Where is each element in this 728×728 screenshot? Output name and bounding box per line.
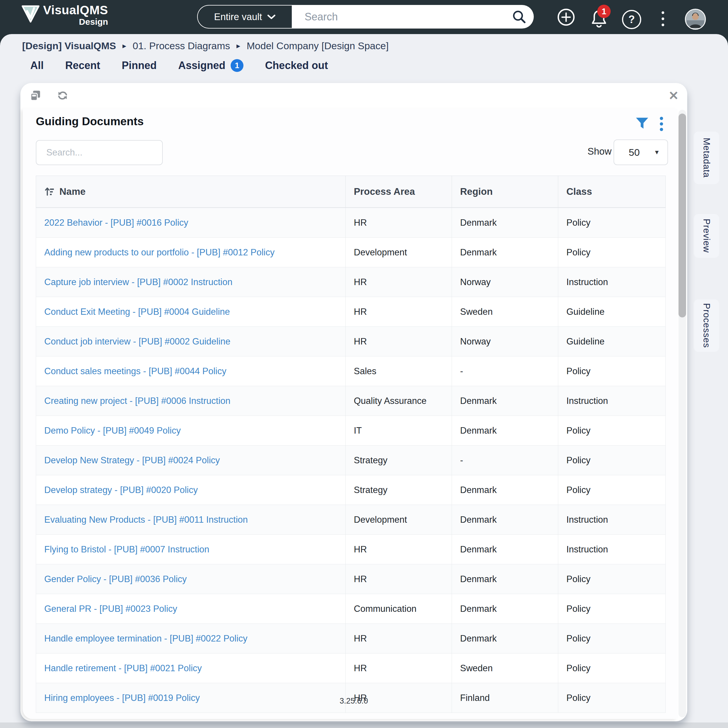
region-cell: Denmark bbox=[452, 505, 558, 535]
table-row: 2022 Behavior - [PUB] #0016 PolicyHRDenm… bbox=[36, 208, 666, 238]
popout-window-button[interactable] bbox=[29, 89, 42, 102]
panel-title: Guiding Documents bbox=[36, 115, 144, 128]
table-row: Adding new products to our portfolio - [… bbox=[36, 238, 666, 267]
breadcrumb-item[interactable]: 01. Process Diagrams bbox=[133, 40, 230, 52]
breadcrumb-item[interactable]: [Design] VisualQMS bbox=[22, 40, 116, 52]
region-cell: Sweden bbox=[452, 297, 558, 327]
tab-assigned[interactable]: Assigned 1 bbox=[178, 59, 243, 72]
column-header-process-area[interactable]: Process Area bbox=[346, 176, 452, 208]
class-cell: Policy bbox=[558, 683, 666, 713]
table-row: Gender Policy - [PUB] #0036 PolicyHRDenm… bbox=[36, 564, 666, 594]
document-link[interactable]: Develop strategy - [PUB] #0020 Policy bbox=[44, 485, 198, 495]
process-area-cell: HR bbox=[346, 327, 452, 356]
table-row: Capture job interview - [PUB] #0002 Inst… bbox=[36, 267, 666, 297]
view-tabs: All Recent Pinned Assigned 1 Checked out bbox=[30, 59, 328, 72]
table-row: Conduct Exit Meeting - [PUB] #0004 Guide… bbox=[36, 297, 666, 327]
breadcrumb: [Design] VisualQMS ▸ 01. Process Diagram… bbox=[22, 40, 389, 52]
doc-name-cell: General PR - [PUB] #0023 Policy bbox=[36, 594, 346, 624]
windows-restore-icon bbox=[29, 89, 42, 102]
class-cell: Policy bbox=[558, 564, 666, 594]
document-link[interactable]: General PR - [PUB] #0023 Policy bbox=[44, 604, 177, 614]
panel-scrollbar[interactable] bbox=[679, 110, 686, 717]
search-input[interactable] bbox=[292, 5, 505, 29]
class-cell: Policy bbox=[558, 653, 666, 683]
sort-ascending-icon bbox=[44, 187, 55, 197]
user-avatar[interactable] bbox=[685, 9, 706, 30]
region-cell: Denmark bbox=[452, 594, 558, 624]
scrollbar-thumb[interactable] bbox=[679, 113, 686, 317]
region-cell: Finland bbox=[452, 683, 558, 713]
document-link[interactable]: Creating new project - [PUB] #0006 Instr… bbox=[44, 396, 230, 406]
kebab-dot bbox=[662, 24, 664, 26]
region-cell: Denmark bbox=[452, 624, 558, 653]
side-tab-processes[interactable]: Processes bbox=[694, 299, 719, 352]
kebab-dot bbox=[660, 128, 663, 131]
tab-all[interactable]: All bbox=[30, 60, 44, 72]
table-row: Flying to Bristol - [PUB] #0007 Instruct… bbox=[36, 535, 666, 564]
region-cell: Norway bbox=[452, 327, 558, 356]
panel-body: Guiding Documents Show 50 ▼ bbox=[23, 109, 678, 719]
side-tab-preview[interactable]: Preview bbox=[694, 214, 719, 258]
document-link[interactable]: Gender Policy - [PUB] #0036 Policy bbox=[44, 574, 187, 584]
search-scope-dropdown[interactable]: Entire vault bbox=[197, 5, 292, 29]
document-link[interactable]: Flying to Bristol - [PUB] #0007 Instruct… bbox=[44, 544, 210, 554]
app-logo[interactable]: VisualQMS Design bbox=[21, 4, 108, 26]
more-options-button[interactable] bbox=[657, 10, 668, 28]
document-link[interactable]: Adding new products to our portfolio - [… bbox=[44, 247, 275, 257]
tab-pinned[interactable]: Pinned bbox=[122, 60, 157, 72]
search-icon bbox=[512, 10, 526, 24]
tab-recent[interactable]: Recent bbox=[65, 60, 100, 72]
process-area-cell: Strategy bbox=[346, 445, 452, 475]
refresh-button[interactable] bbox=[56, 89, 69, 102]
page-size-dropdown[interactable]: 50 ▼ bbox=[613, 139, 668, 165]
document-link[interactable]: Demo Policy - [PUB] #0049 Policy bbox=[44, 425, 181, 436]
table-row: Demo Policy - [PUB] #0049 PolicyITDenmar… bbox=[36, 416, 666, 445]
side-tab-metadata[interactable]: Metadata bbox=[694, 132, 719, 184]
process-area-cell: Communication bbox=[346, 594, 452, 624]
class-cell: Instruction bbox=[558, 267, 666, 297]
document-link[interactable]: Handle retirement - [PUB] #0021 Policy bbox=[44, 663, 202, 673]
document-link[interactable]: Capture job interview - [PUB] #0002 Inst… bbox=[44, 277, 232, 287]
doc-name-cell: Capture job interview - [PUB] #0002 Inst… bbox=[36, 267, 346, 297]
document-link[interactable]: Conduct sales meetings - [PUB] #0044 Pol… bbox=[44, 366, 226, 376]
process-area-cell: Development bbox=[346, 238, 452, 267]
region-cell: - bbox=[452, 356, 558, 386]
list-search-input[interactable] bbox=[36, 140, 163, 165]
document-link[interactable]: Conduct Exit Meeting - [PUB] #0004 Guide… bbox=[44, 307, 230, 317]
process-area-cell: Quality Assurance bbox=[346, 386, 452, 416]
kebab-dot bbox=[660, 122, 663, 125]
class-cell: Policy bbox=[558, 445, 666, 475]
close-panel-button[interactable]: ✕ bbox=[666, 88, 681, 103]
process-area-cell: HR bbox=[346, 535, 452, 564]
column-header-class[interactable]: Class bbox=[558, 176, 666, 208]
document-link[interactable]: Conduct job interview - [PUB] #0002 Guid… bbox=[44, 336, 230, 347]
breadcrumb-separator-icon: ▸ bbox=[237, 41, 240, 50]
logo-title: VisualQMS bbox=[43, 4, 108, 16]
column-header-region[interactable]: Region bbox=[452, 176, 558, 208]
filter-button[interactable] bbox=[635, 117, 649, 130]
search-button[interactable] bbox=[505, 5, 534, 29]
doc-name-cell: Develop strategy - [PUB] #0020 Policy bbox=[36, 475, 346, 505]
document-link[interactable]: Develop New Strategy - [PUB] #0024 Polic… bbox=[44, 455, 220, 465]
document-link[interactable]: Hiring employees - [PUB] #0019 Policy bbox=[44, 693, 200, 703]
kebab-dot bbox=[662, 11, 664, 14]
chevron-down-icon bbox=[267, 14, 275, 20]
process-area-cell: Development bbox=[346, 505, 452, 535]
document-link[interactable]: Evaluating New Products - [PUB] #0011 In… bbox=[44, 515, 248, 525]
help-button[interactable]: ? bbox=[622, 10, 641, 29]
class-cell: Instruction bbox=[558, 386, 666, 416]
region-cell: Norway bbox=[452, 267, 558, 297]
tab-checked-out[interactable]: Checked out bbox=[265, 60, 328, 72]
class-cell: Policy bbox=[558, 416, 666, 445]
process-area-cell: HR bbox=[346, 624, 452, 653]
breadcrumb-item[interactable]: Model Company [Design Space] bbox=[247, 40, 389, 52]
column-header-name[interactable]: Name bbox=[36, 176, 346, 208]
table-row: Develop strategy - [PUB] #0020 PolicyStr… bbox=[36, 475, 666, 505]
document-link[interactable]: Handle employee termination - [PUB] #002… bbox=[44, 633, 248, 644]
caret-down-icon: ▼ bbox=[654, 149, 660, 156]
panel-options-button[interactable] bbox=[657, 117, 666, 132]
document-link[interactable]: 2022 Behavior - [PUB] #0016 Policy bbox=[44, 217, 188, 228]
add-button[interactable] bbox=[557, 8, 575, 26]
table-row: Conduct job interview - [PUB] #0002 Guid… bbox=[36, 327, 666, 356]
region-cell: Denmark bbox=[452, 475, 558, 505]
